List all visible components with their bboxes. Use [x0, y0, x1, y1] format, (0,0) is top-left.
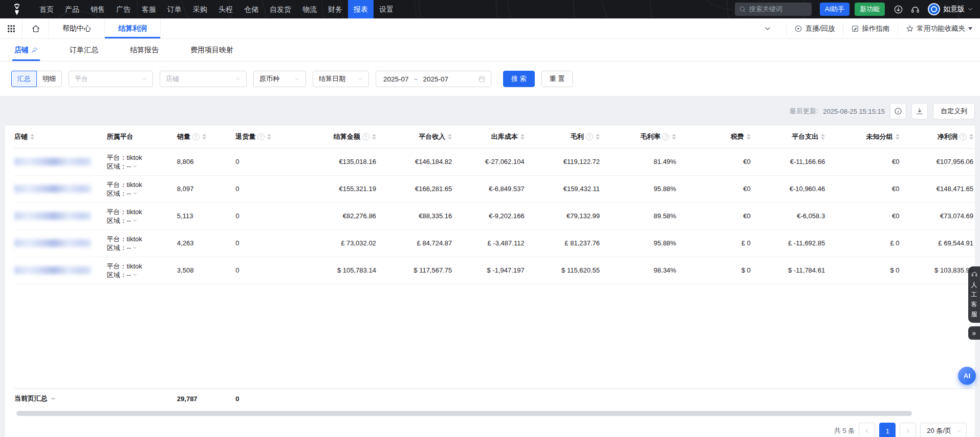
- customer-service-tab[interactable]: 人工客服: [968, 266, 980, 323]
- subtab-3[interactable]: 费用项目映射: [190, 39, 233, 61]
- region-chevron-down-icon[interactable]: [132, 218, 138, 223]
- column-header-9[interactable]: 税费: [679, 126, 753, 148]
- ai-floating-button[interactable]: AI: [958, 367, 976, 385]
- nav-item-3[interactable]: 广告: [111, 0, 136, 18]
- subtab-2[interactable]: 结算报告: [130, 39, 159, 61]
- column-header-0[interactable]: 店铺: [14, 126, 106, 148]
- store-name-blurred[interactable]: [14, 239, 91, 247]
- column-header-7[interactable]: 毛利?: [528, 126, 603, 148]
- nav-item-4[interactable]: 客服: [136, 0, 162, 18]
- sort-icon[interactable]: [448, 132, 452, 142]
- nav-item-2[interactable]: 销售: [85, 0, 111, 18]
- reset-button[interactable]: 重 置: [541, 71, 573, 87]
- region-chevron-down-icon[interactable]: [132, 191, 138, 196]
- help-icon[interactable]: ?: [960, 133, 967, 140]
- sort-icon[interactable]: [372, 132, 376, 142]
- settlement-date-select[interactable]: 结算日期: [313, 71, 369, 87]
- platform-select[interactable]: 平台: [69, 71, 153, 87]
- home-tab[interactable]: [23, 18, 49, 38]
- nav-item-1[interactable]: 产品: [59, 0, 85, 18]
- store-select[interactable]: 店铺: [160, 71, 247, 87]
- next-page-button[interactable]: [900, 423, 916, 437]
- date-range-input[interactable]: 2025-07 ~ 2025-07: [376, 71, 491, 87]
- nav-item-9[interactable]: 自发货: [264, 0, 297, 18]
- prev-page-button[interactable]: [859, 423, 875, 437]
- app-logo-icon[interactable]: [10, 3, 24, 16]
- new-feature-button[interactable]: 新功能: [855, 3, 885, 16]
- mode-detail-button[interactable]: 明细: [36, 71, 62, 87]
- info-button[interactable]: [890, 103, 906, 119]
- edition-label[interactable]: 如意版: [943, 5, 965, 14]
- horizontal-scrollbar-thumb[interactable]: [16, 411, 912, 416]
- nav-item-12[interactable]: 报表: [348, 0, 374, 18]
- column-header-3[interactable]: 退货量?: [235, 126, 304, 148]
- guide-link[interactable]: 操作指南: [843, 18, 898, 38]
- column-header-4[interactable]: 结算金额?: [304, 126, 379, 148]
- sort-icon[interactable]: [896, 132, 900, 142]
- store-name-blurred[interactable]: [14, 266, 91, 274]
- tabs-overflow-chevron-icon[interactable]: [764, 25, 772, 33]
- sort-icon[interactable]: [747, 132, 751, 142]
- pin-icon[interactable]: [31, 47, 38, 53]
- sort-icon[interactable]: [267, 132, 271, 142]
- live-replay-link[interactable]: 直播/回放: [787, 18, 843, 38]
- store-name-blurred[interactable]: [14, 158, 91, 165]
- date-start[interactable]: 2025-07: [383, 75, 409, 83]
- search-button[interactable]: 搜 索: [503, 71, 535, 87]
- nav-item-6[interactable]: 采购: [187, 0, 213, 18]
- nav-item-11[interactable]: 财务: [322, 0, 348, 18]
- column-header-12[interactable]: 净利润?: [903, 126, 975, 148]
- column-header-2[interactable]: 销量?: [177, 126, 235, 148]
- column-header-8[interactable]: 毛利率?: [603, 126, 679, 148]
- column-header-1[interactable]: 所属平台: [106, 126, 177, 148]
- store-name-blurred[interactable]: [14, 212, 91, 220]
- nav-item-0[interactable]: 首页: [34, 0, 59, 18]
- nav-item-13[interactable]: 设置: [374, 0, 399, 18]
- store-name-blurred[interactable]: [14, 185, 91, 193]
- mode-summary-button[interactable]: 汇总: [11, 71, 37, 87]
- sort-icon[interactable]: [672, 132, 676, 142]
- ai-assistant-button[interactable]: AI助手: [820, 3, 850, 16]
- sort-icon[interactable]: [969, 132, 973, 142]
- export-button[interactable]: [911, 103, 928, 119]
- region-chevron-down-icon[interactable]: [132, 272, 138, 278]
- region-chevron-down-icon[interactable]: [132, 163, 138, 169]
- nav-item-8[interactable]: 仓储: [238, 0, 264, 18]
- help-icon[interactable]: ?: [662, 133, 669, 140]
- calendar-icon[interactable]: [478, 75, 486, 83]
- user-avatar[interactable]: [928, 3, 940, 15]
- apps-grid-button[interactable]: [0, 18, 23, 38]
- help-icon[interactable]: ?: [192, 133, 200, 140]
- sort-icon[interactable]: [202, 132, 206, 142]
- tab-settlement-profit[interactable]: 结算利润: [105, 18, 161, 38]
- search-input[interactable]: 搜索关键词: [735, 3, 812, 16]
- nav-item-10[interactable]: 物流: [297, 0, 322, 18]
- customize-columns-button[interactable]: 自定义列: [933, 103, 975, 119]
- help-icon[interactable]: ?: [257, 133, 265, 140]
- sort-icon[interactable]: [821, 132, 825, 142]
- date-end[interactable]: 2025-07: [423, 75, 448, 83]
- sort-icon[interactable]: [30, 132, 34, 142]
- column-header-11[interactable]: 未知分组: [828, 126, 902, 148]
- page-summary-toggle[interactable]: 当前页汇总: [14, 394, 177, 403]
- column-header-10[interactable]: 平台支出: [754, 126, 828, 148]
- sort-icon[interactable]: [520, 132, 525, 142]
- tab-help-center[interactable]: 帮助中心: [49, 18, 105, 38]
- subtab-1[interactable]: 订单汇总: [70, 39, 98, 61]
- nav-item-5[interactable]: 订单: [162, 0, 187, 18]
- favorites-link[interactable]: 常用功能收藏夹: [898, 18, 980, 38]
- page-1-button[interactable]: 1: [879, 423, 896, 437]
- release-download-icon[interactable]: [894, 5, 903, 14]
- help-icon[interactable]: ?: [362, 133, 369, 140]
- sort-icon[interactable]: [596, 132, 600, 142]
- edition-chevron-down-icon[interactable]: [967, 6, 974, 13]
- service-collapse-button[interactable]: »: [968, 326, 980, 340]
- column-header-5[interactable]: 平台收入: [379, 126, 455, 148]
- nav-item-7[interactable]: 头程: [213, 0, 238, 18]
- column-header-6[interactable]: 出库成本: [455, 126, 527, 148]
- headset-icon[interactable]: [910, 5, 920, 14]
- region-chevron-down-icon[interactable]: [132, 245, 138, 251]
- page-size-select[interactable]: 20 条/页: [920, 423, 967, 437]
- help-icon[interactable]: ?: [586, 133, 593, 140]
- currency-select[interactable]: 原币种: [253, 71, 306, 87]
